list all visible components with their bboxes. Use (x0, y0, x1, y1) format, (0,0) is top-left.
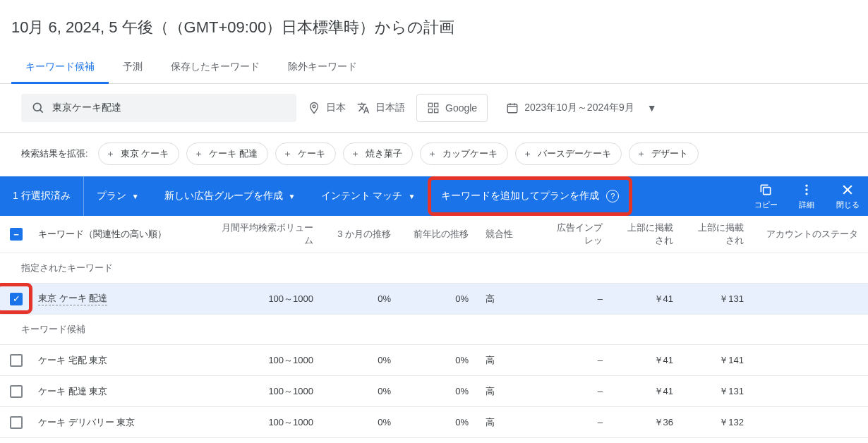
col-keyword[interactable]: キーワード（関連性の高い順） (32, 228, 212, 241)
location-filter[interactable]: 日本 (308, 102, 346, 114)
svg-rect-5 (428, 109, 432, 113)
top-low-cell: ￥36 (614, 416, 685, 429)
col-top-high[interactable]: 上部に掲載され (685, 222, 755, 247)
row-checkbox[interactable] (10, 416, 23, 429)
col-top-low[interactable]: 上部に掲載され (614, 222, 685, 247)
details-label: 詳細 (799, 200, 814, 210)
keyword-cell[interactable]: ケーキ デリバリー 東京 (38, 416, 135, 429)
three-month-cell: 0% (325, 293, 402, 304)
col-account-status[interactable]: アカウントのステータ (755, 228, 868, 241)
network-icon (427, 102, 440, 114)
competition-cell: 高 (480, 354, 543, 367)
details-button[interactable]: 詳細 (786, 176, 827, 216)
location-label: 日本 (326, 102, 346, 114)
yoy-cell: 0% (402, 293, 480, 304)
page-title: 10月 6, 2024, 5 午後（（GMT+09:00）日本標準時）からの計画 (0, 0, 868, 52)
col-competition[interactable]: 競合性 (480, 228, 543, 241)
create-adgroup-dropdown[interactable]: 新しい広告グループを作成 ▼ (152, 176, 308, 216)
tab-keyword-ideas[interactable]: キーワード候補 (11, 52, 109, 84)
tabs: キーワード候補 予測 保存したキーワード 除外キーワード (0, 52, 868, 84)
help-icon[interactable]: ? (606, 190, 619, 202)
yoy-cell: 0% (402, 386, 480, 396)
intent-match-label: インテント マッチ (321, 190, 403, 202)
chip-label: バースデーケーキ (538, 147, 611, 160)
plus-icon: ＋ (351, 147, 360, 160)
copy-button[interactable]: コピー (745, 176, 786, 216)
network-label: Google (445, 102, 477, 114)
search-text: 東京ケーキ配達 (52, 102, 121, 114)
expand-chip[interactable]: ＋ケーキ 配達 (186, 142, 268, 165)
svg-rect-11 (764, 187, 771, 194)
keyword-cell[interactable]: ケーキ 宅配 東京 (38, 354, 107, 367)
impressions-cell: – (543, 417, 614, 427)
table-row[interactable]: ケーキ 配達 東京 100～1000 0% 0% 高 – ￥41 ￥131 (0, 376, 868, 407)
col-impressions[interactable]: 広告インプレッ (543, 222, 614, 247)
col-three-month[interactable]: 3 か月の推移 (325, 228, 402, 241)
search-icon (31, 101, 45, 115)
chip-label: カップケーキ (442, 147, 498, 160)
more-vert-icon (800, 183, 814, 197)
yoy-cell: 0% (402, 355, 480, 365)
impressions-cell: – (543, 293, 614, 304)
date-range-filter[interactable]: 2023年10月～2024年9月 ▼ (499, 102, 657, 114)
tab-saved-keywords[interactable]: 保存したキーワード (157, 52, 274, 84)
intent-match-dropdown[interactable]: インテント マッチ ▼ (308, 176, 428, 216)
impressions-cell: – (543, 355, 614, 365)
plus-icon: ＋ (106, 147, 115, 160)
search-input[interactable]: 東京ケーキ配達 (21, 94, 296, 122)
language-filter[interactable]: 日本語 (357, 102, 405, 114)
translate-icon (357, 102, 370, 114)
svg-line-1 (40, 110, 43, 113)
top-high-cell: ￥141 (685, 354, 755, 367)
chip-label: ケーキ 配達 (209, 147, 258, 160)
svg-point-13 (805, 188, 807, 190)
chevron-down-icon: ▼ (289, 193, 296, 200)
row-checkbox[interactable] (10, 385, 23, 398)
filter-bar: 東京ケーキ配達 日本 日本語 Google 2023年10月～2024年9月 ▼ (0, 84, 868, 133)
impressions-cell: – (543, 386, 614, 396)
close-button[interactable]: 閉じる (827, 176, 868, 216)
top-low-cell: ￥41 (614, 293, 685, 305)
plus-icon: ＋ (283, 147, 292, 160)
table-row[interactable]: ✓ 東京 ケーキ 配達 100～1000 0% 0% 高 – ￥41 ￥131 (0, 284, 868, 315)
selection-action-bar: 1 行選択済み プラン ▼ 新しい広告グループを作成 ▼ インテント マッチ ▼… (0, 176, 868, 216)
table-row[interactable]: ケーキ デリバリー 東京 100～1000 0% 0% 高 – ￥36 ￥132 (0, 407, 868, 438)
expand-label: 検索結果を拡張: (21, 147, 88, 160)
keyword-cell[interactable]: 東京 ケーキ 配達 (38, 292, 107, 305)
expand-chip[interactable]: ＋ケーキ (275, 142, 336, 165)
date-range-label: 2023年10月～2024年9月 (524, 102, 634, 114)
three-month-cell: 0% (325, 417, 402, 427)
expand-chip[interactable]: ＋カップケーキ (420, 142, 508, 165)
table-row[interactable]: ケーキ 宅配 東京 100～1000 0% 0% 高 – ￥41 ￥141 (0, 345, 868, 376)
add-keywords-button[interactable]: キーワードを追加してプランを作成 ? (428, 176, 632, 216)
row-checkbox[interactable]: ✓ (10, 293, 23, 305)
expand-chip[interactable]: ＋デザート (629, 142, 699, 165)
row-checkbox[interactable] (10, 354, 23, 367)
svg-point-2 (313, 105, 315, 108)
svg-point-0 (33, 103, 41, 111)
copy-icon (759, 183, 773, 197)
col-yoy[interactable]: 前年比の推移 (402, 228, 480, 241)
yoy-cell: 0% (402, 417, 480, 427)
network-filter[interactable]: Google (416, 94, 488, 122)
top-high-cell: ￥131 (685, 293, 755, 305)
create-group-label: 新しい広告グループを作成 (164, 190, 283, 202)
col-volume[interactable]: 月間平均検索ボリューム (212, 222, 325, 247)
three-month-cell: 0% (325, 355, 402, 365)
svg-point-12 (805, 184, 807, 186)
plus-icon: ＋ (637, 147, 646, 160)
chevron-down-icon: ▼ (647, 102, 657, 114)
tab-negative-keywords[interactable]: 除外キーワード (274, 52, 371, 84)
chip-label: ケーキ (298, 147, 325, 160)
svg-rect-6 (435, 109, 438, 113)
expand-chip[interactable]: ＋東京 ケーキ (98, 142, 180, 165)
expand-chip[interactable]: ＋バースデーケーキ (515, 142, 622, 165)
tab-forecast[interactable]: 予測 (109, 52, 157, 84)
svg-rect-3 (428, 103, 432, 107)
expand-chip[interactable]: ＋焼き菓子 (343, 142, 413, 165)
keyword-cell[interactable]: ケーキ 配達 東京 (38, 385, 107, 398)
plan-dropdown[interactable]: プラン ▼ (84, 176, 152, 216)
selected-count: 1 行選択済み (0, 176, 84, 216)
select-all-checkbox[interactable]: − (10, 228, 23, 241)
top-low-cell: ￥41 (614, 354, 685, 367)
